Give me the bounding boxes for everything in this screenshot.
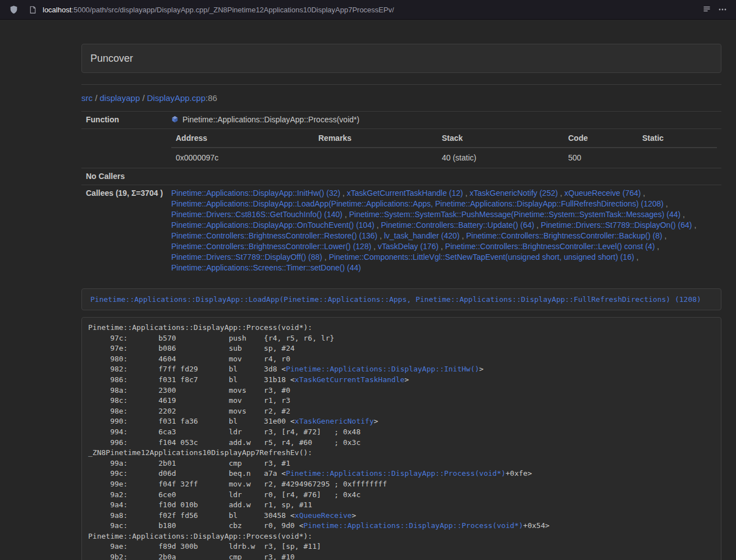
callees-row: Callees (19, Σ=3704 ) Pinetime::Applicat… [81, 185, 721, 277]
navbar-brand[interactable]: Puncover [90, 53, 133, 65]
breadcrumb-links: src / displayapp / DisplayApp.cpp [81, 93, 205, 103]
remarks-value [314, 148, 437, 168]
callee-separator: , [438, 242, 445, 251]
callee-link[interactable]: Pinetime::Controllers::BrightnessControl… [466, 231, 662, 240]
breadcrumb-link[interactable]: DisplayApp.cpp [147, 93, 205, 103]
callee-separator: , [558, 189, 565, 198]
function-row: Function Pinetime::Applications::Display… [81, 112, 721, 129]
callee-link[interactable]: Pinetime::System::SystemTask::PushMessag… [349, 210, 681, 219]
callee-link[interactable]: Pinetime::Drivers::Cst816S::GetTouchInfo… [171, 210, 342, 219]
breadcrumb: src / displayapp / DisplayApp.cpp:86 [81, 93, 721, 104]
stats-table: Address Remarks Stack Code Static 0x0000… [171, 129, 717, 168]
callee-link[interactable]: Pinetime::Components::LittleVgl::SetNewT… [329, 253, 634, 261]
no-callers-row: No Callers [81, 168, 721, 185]
callee-link[interactable]: Pinetime::Applications::Screens::Timer::… [171, 263, 361, 272]
disassembly-symbol-link[interactable]: Pinetime::Applications::DisplayApp::Proc… [304, 521, 523, 530]
disassembly-text: Pinetime::Applications::DisplayApp::Proc… [88, 532, 312, 540]
disassembly-text: 9a2: 6ce0 ldr r0, [r4, #76] ; 0x4c [88, 490, 360, 499]
shield-icon[interactable] [6, 2, 21, 17]
disassembly-text: > [405, 375, 409, 384]
callee-separator: , [664, 199, 668, 208]
navbar: Puncover [81, 44, 721, 73]
callee-link[interactable]: Pinetime::Controllers::BrightnessControl… [445, 242, 655, 251]
function-name: Pinetime::Applications::DisplayApp::Proc… [182, 115, 359, 124]
function-row-label: Function [81, 112, 167, 129]
callee-separator: , [641, 189, 645, 198]
callee-link[interactable]: Pinetime::Applications::DisplayApp::OnTo… [171, 221, 374, 229]
function-table: Function Pinetime::Applications::Display… [81, 111, 721, 276]
callee-link[interactable]: Pinetime::Applications::DisplayApp::Init… [171, 189, 340, 198]
callee-link[interactable]: Pinetime::Drivers::St7789::DisplayOn() (… [541, 221, 692, 229]
disassembly-text: 98c: 4619 mov r1, r3 [88, 396, 290, 405]
page-icon[interactable] [27, 4, 38, 15]
disassembly-text: 982: f7ff fd29 bl 3d8 < [88, 365, 286, 373]
disassembly-text: 9a8: f02f fd56 bl 30458 < [88, 511, 295, 520]
disassembly-text: 99c: d06d beq.n a7a < [88, 469, 286, 478]
code-value: 500 [564, 148, 638, 168]
callee-link[interactable]: Pinetime::Controllers::Battery::Update()… [381, 221, 534, 229]
disassembly-text: 9a4: f10d 010b add.w r1, sp, #11 [88, 501, 312, 509]
disassembly-symbol-link[interactable]: xTaskGenericNotify [295, 417, 374, 425]
disassembly-symbol-link[interactable]: Pinetime::Applications::DisplayApp::Proc… [286, 469, 505, 478]
breadcrumb-link[interactable]: src [81, 93, 93, 103]
callee-link[interactable]: Pinetime::Controllers::BrightnessControl… [171, 231, 377, 240]
breadcrumb-separator: / [140, 93, 147, 103]
stack-value: 40 (static) [437, 148, 564, 168]
callee-link[interactable]: xTaskGenericNotify (252) [469, 189, 557, 198]
col-header-code: Code [564, 129, 638, 148]
callee-separator: , [342, 210, 349, 219]
callee-separator: , [662, 231, 667, 240]
disassembly-text: 99e: f04f 32ff mov.w r2, #4294967295 ; 0… [88, 480, 387, 488]
url-path: :5000/path/src/displayapp/DisplayApp.cpp… [71, 6, 394, 14]
disassembly-text: +0xfe> [506, 469, 532, 478]
disassembly-text: +0x54> [523, 521, 550, 530]
disassembly-text: 9b2: 2b0a cmp r3, #10 [88, 553, 295, 560]
divider [81, 84, 721, 85]
symbol-panel: Pinetime::Applications::DisplayApp::Load… [81, 288, 721, 310]
callee-link[interactable]: xQueueReceive (764) [564, 189, 641, 198]
callee-separator: , [680, 210, 685, 219]
callee-separator: , [371, 242, 378, 251]
stats-value-row: 0x0000097c 40 (static) 500 [171, 148, 717, 168]
callee-link[interactable]: Pinetime::Applications::DisplayApp::Load… [171, 199, 664, 208]
disassembly-symbol-link[interactable]: xQueueReceive [295, 511, 352, 520]
breadcrumb-separator: / [93, 93, 100, 103]
url-bar[interactable]: localhost:5000/path/src/displayapp/Displ… [24, 2, 697, 17]
disassembly-text: 990: f031 fa36 bl 31e00 < [88, 417, 295, 425]
callee-separator: , [634, 253, 639, 261]
disassembly: Pinetime::Applications::DisplayApp::Proc… [81, 317, 721, 560]
callee-separator: , [460, 231, 467, 240]
reader-view-icon[interactable] [699, 2, 715, 17]
callee-separator: , [322, 253, 329, 261]
symbol-panel-link[interactable]: Pinetime::Applications::DisplayApp::Load… [90, 295, 701, 304]
address-value: 0x0000097c [171, 148, 314, 168]
col-header-remarks: Remarks [314, 129, 437, 148]
callee-link[interactable]: lv_task_handler (420) [384, 231, 460, 240]
disassembly-text: 98e: 2202 movs r2, #2 [88, 407, 290, 415]
stats-row: Address Remarks Stack Code Static 0x0000… [81, 129, 721, 168]
overflow-menu-icon[interactable] [715, 2, 730, 17]
callee-link[interactable]: xTaskGetCurrentTaskHandle (12) [347, 189, 463, 198]
callee-link[interactable]: vTaskDelay (176) [378, 242, 438, 251]
disassembly-symbol-link[interactable]: Pinetime::Applications::DisplayApp::Init… [286, 365, 479, 373]
callee-separator: , [463, 189, 470, 198]
breadcrumb-line-number: :86 [205, 93, 217, 103]
url-text: localhost:5000/path/src/displayapp/Displ… [43, 6, 394, 14]
callees-list: Pinetime::Applications::DisplayApp::Init… [167, 185, 721, 277]
callee-link[interactable]: Pinetime::Controllers::BrightnessControl… [171, 242, 371, 251]
callee-link[interactable]: Pinetime::Drivers::St7789::DisplayOff() … [171, 253, 322, 261]
disassembly-text: 980: 4604 mov r4, r0 [88, 355, 290, 363]
callee-separator: , [534, 221, 541, 229]
disassembly-text: 994: 6ca3 ldr r3, [r4, #72] ; 0x48 [88, 428, 360, 436]
disassembly-text: 97e: b086 sub sp, #24 [88, 344, 295, 352]
browser-chrome: localhost:5000/path/src/displayapp/Displ… [0, 0, 736, 20]
url-host: localhost [43, 6, 71, 14]
disassembly-text: 996: f104 053c add.w r5, r4, #60 ; 0x3c [88, 438, 360, 447]
function-icon [171, 115, 179, 126]
disassembly-text: 98a: 2300 movs r3, #0 [88, 386, 290, 394]
page-container: Puncover src / displayapp / DisplayApp.c… [81, 44, 721, 560]
disassembly-symbol-link[interactable]: xTaskGetCurrentTaskHandle [295, 375, 405, 384]
breadcrumb-link[interactable]: displayapp [100, 93, 140, 103]
disassembly-text: > [479, 365, 484, 373]
disassembly-text: _ZN8Pinetime12Applications10DisplayApp7R… [88, 448, 312, 457]
